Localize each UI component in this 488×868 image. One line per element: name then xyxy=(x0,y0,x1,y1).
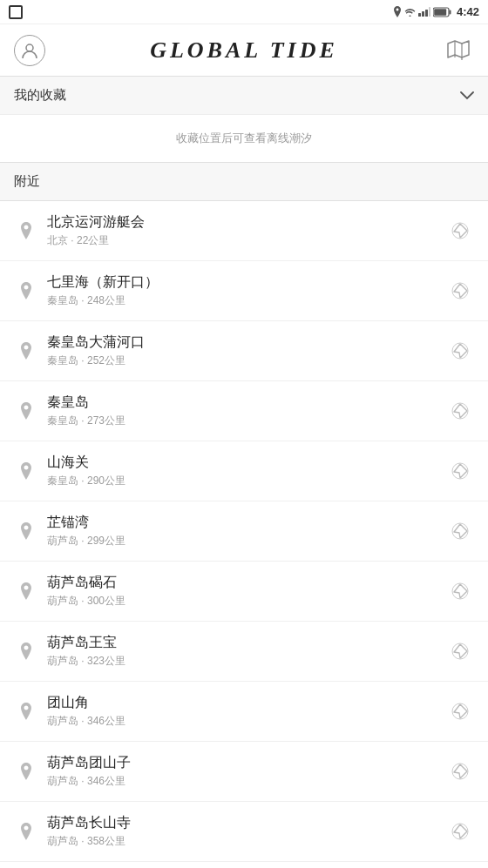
list-item[interactable]: 秦皇岛 秦皇岛 · 273公里 xyxy=(0,381,488,441)
location-sub: 葫芦岛 · 323公里 xyxy=(47,654,446,669)
svg-rect-1 xyxy=(422,11,424,17)
chevron-down-icon xyxy=(460,91,474,100)
location-info: 葫芦岛王宝 葫芦岛 · 323公里 xyxy=(38,634,446,669)
navigate-button[interactable] xyxy=(446,517,474,545)
location-name: 团山角 xyxy=(47,694,446,712)
location-sub: 秦皇岛 · 273公里 xyxy=(47,414,446,428)
svg-rect-5 xyxy=(449,10,451,14)
navigate-button[interactable] xyxy=(446,217,474,245)
location-pin-icon xyxy=(14,279,38,303)
battery-icon xyxy=(433,7,452,17)
location-info: 葫芦岛碣石 葫芦岛 · 300公里 xyxy=(38,574,446,609)
navigate-button[interactable] xyxy=(446,277,474,305)
location-name: 秦皇岛大蒲河口 xyxy=(47,333,446,352)
location-pin-icon xyxy=(14,819,38,844)
navigate-button[interactable] xyxy=(446,457,474,485)
location-info: 芷锚湾 葫芦岛 · 299公里 xyxy=(38,514,446,548)
location-name: 芷锚湾 xyxy=(47,514,446,532)
location-sub: 秦皇岛 · 290公里 xyxy=(47,474,446,488)
svg-rect-2 xyxy=(425,10,428,17)
user-icon xyxy=(20,41,39,60)
app-header: GLOBAL TIDE xyxy=(0,24,488,77)
location-sub: 葫芦岛 · 300公里 xyxy=(47,594,446,609)
navigate-button[interactable] xyxy=(446,397,474,425)
location-pin-icon xyxy=(14,459,38,483)
location-sub: 秦皇岛 · 252公里 xyxy=(47,353,446,368)
list-item[interactable]: 七里海（新开口） 秦皇岛 · 248公里 xyxy=(0,261,488,321)
location-name: 北京运河游艇会 xyxy=(47,213,446,232)
wifi-icon xyxy=(404,8,416,17)
location-pin-icon xyxy=(14,399,38,423)
list-item[interactable]: 葫芦岛团山子 葫芦岛 · 346公里 xyxy=(0,742,488,802)
list-item[interactable]: 秦皇岛大蒲河口 秦皇岛 · 252公里 xyxy=(0,321,488,381)
location-name: 葫芦岛长山寺 xyxy=(47,814,446,832)
location-sub: 葫芦岛 · 299公里 xyxy=(47,534,446,548)
navigate-button[interactable] xyxy=(446,337,474,365)
favorites-section: 我的收藏 收藏位置后可查看离线潮汐 xyxy=(0,77,488,163)
map-button[interactable] xyxy=(443,35,474,66)
svg-rect-6 xyxy=(434,9,446,16)
status-bar: 4:42 xyxy=(0,0,488,24)
nearby-header: 附近 xyxy=(0,163,488,201)
location-list: 北京运河游艇会 北京 · 22公里 七里海（新开口） 秦皇岛 · 248公里 xyxy=(0,201,488,868)
location-pin-icon xyxy=(14,639,38,663)
location-name: 七里海（新开口） xyxy=(47,273,446,292)
location-sub: 葫芦岛 · 358公里 xyxy=(47,834,446,849)
location-name: 葫芦岛王宝 xyxy=(47,634,446,652)
location-sub: 葫芦岛 · 346公里 xyxy=(47,714,446,729)
status-app-icon xyxy=(9,5,23,19)
location-name: 山海关 xyxy=(47,454,446,472)
location-pin-icon xyxy=(14,699,38,723)
location-name: 葫芦岛碣石 xyxy=(47,574,446,592)
location-info: 北京运河游艇会 北京 · 22公里 xyxy=(38,213,446,248)
location-info: 团山角 葫芦岛 · 346公里 xyxy=(38,694,446,729)
navigate-button[interactable] xyxy=(446,697,474,725)
location-sub: 葫芦岛 · 346公里 xyxy=(47,774,446,789)
favorites-header[interactable]: 我的收藏 xyxy=(0,77,488,114)
svg-rect-0 xyxy=(418,13,421,17)
navigate-button[interactable] xyxy=(446,637,474,665)
list-item[interactable]: 芷锚湾 葫芦岛 · 299公里 xyxy=(0,501,488,562)
app-title: GLOBAL TIDE xyxy=(150,37,338,64)
location-info: 葫芦岛长山寺 葫芦岛 · 358公里 xyxy=(38,814,446,849)
location-pin-icon xyxy=(14,759,38,784)
list-item[interactable]: 山海关 秦皇岛 · 290公里 xyxy=(0,441,488,501)
list-item[interactable]: 团山角 葫芦岛 · 346公里 xyxy=(0,682,488,742)
list-item[interactable]: 葫芦岛王宝 葫芦岛 · 323公里 xyxy=(0,622,488,682)
location-pin-icon xyxy=(14,219,38,243)
signal-icon xyxy=(418,7,430,17)
navigate-button[interactable] xyxy=(446,818,474,845)
list-item[interactable]: 北京运河游艇会 北京 · 22公里 xyxy=(0,201,488,261)
avatar-button[interactable] xyxy=(14,35,45,66)
location-name: 葫芦岛团山子 xyxy=(47,754,446,772)
location-info: 七里海（新开口） 秦皇岛 · 248公里 xyxy=(38,273,446,308)
location-info: 秦皇岛 秦皇岛 · 273公里 xyxy=(38,394,446,428)
svg-point-7 xyxy=(26,44,33,51)
favorites-title: 我的收藏 xyxy=(14,87,66,104)
time-display: 4:42 xyxy=(457,5,479,18)
location-pin-icon xyxy=(14,519,38,543)
location-info: 葫芦岛团山子 葫芦岛 · 346公里 xyxy=(38,754,446,789)
svg-rect-3 xyxy=(429,7,430,17)
map-icon xyxy=(446,40,471,61)
list-item[interactable]: 葫芦岛长山寺 葫芦岛 · 358公里 xyxy=(0,802,488,862)
location-pin-icon xyxy=(14,339,38,363)
list-item[interactable]: 葫芦岛碣石 葫芦岛 · 300公里 xyxy=(0,562,488,622)
location-icon xyxy=(393,6,402,17)
list-item[interactable]: 小海山岛 葫芦岛 · 361公里 xyxy=(0,862,488,868)
status-icons xyxy=(393,6,452,17)
location-info: 山海关 秦皇岛 · 290公里 xyxy=(38,454,446,488)
location-sub: 秦皇岛 · 248公里 xyxy=(47,293,446,308)
location-sub: 北京 · 22公里 xyxy=(47,233,446,248)
navigate-button[interactable] xyxy=(446,577,474,605)
location-info: 秦皇岛大蒲河口 秦皇岛 · 252公里 xyxy=(38,333,446,368)
favorites-empty-text: 收藏位置后可查看离线潮汐 xyxy=(0,114,488,162)
location-name: 秦皇岛 xyxy=(47,394,446,412)
navigate-button[interactable] xyxy=(446,757,474,785)
location-pin-icon xyxy=(14,579,38,603)
